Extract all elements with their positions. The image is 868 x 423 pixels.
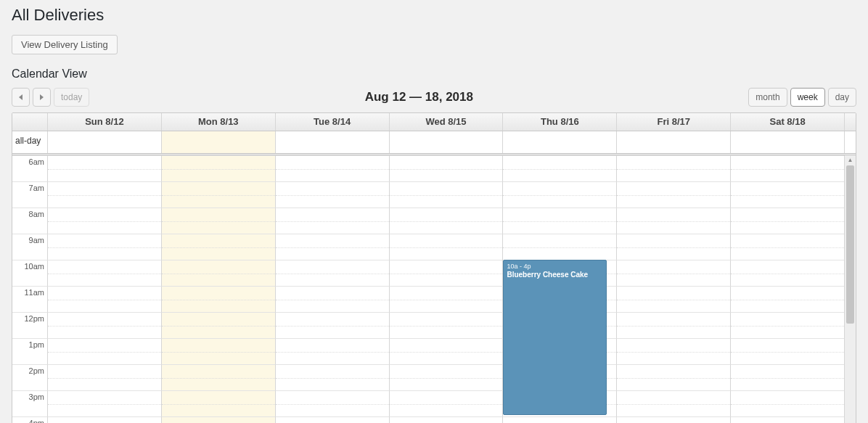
allday-cell[interactable] [502,131,616,153]
calendar-grid[interactable]: 6am7am8am9am10am11am12pm1pm2pm3pm4pm [12,155,844,423]
time-slot[interactable] [47,260,161,286]
time-slot[interactable] [275,364,389,390]
allday-cell[interactable] [616,131,730,153]
time-slot[interactable] [730,155,844,181]
time-slot[interactable] [730,338,844,364]
time-slot[interactable] [47,234,161,260]
hour-label: 12pm [12,312,47,338]
time-slot[interactable] [161,286,275,312]
calendar-scrollbar[interactable]: ▲ ▼ [844,155,856,423]
time-slot[interactable] [389,390,503,416]
time-slot[interactable] [389,234,503,260]
time-slot[interactable] [389,155,503,181]
time-slot[interactable] [47,312,161,338]
time-slot[interactable] [161,208,275,234]
day-header[interactable]: Thu 8/16 [502,113,616,131]
time-slot[interactable] [730,181,844,208]
time-slot[interactable] [730,260,844,286]
time-slot[interactable] [161,364,275,390]
time-slot[interactable] [161,312,275,338]
allday-cell[interactable] [47,131,161,153]
time-slot[interactable] [275,390,389,416]
calendar-header-row: Sun 8/12Mon 8/13Tue 8/14Wed 8/15Thu 8/16… [12,113,856,131]
time-slot[interactable] [389,338,503,364]
time-slot[interactable] [47,338,161,364]
time-slot[interactable] [47,208,161,234]
time-slot[interactable] [47,286,161,312]
view-week-button[interactable]: week [790,88,825,107]
allday-cell[interactable] [730,131,844,153]
next-button[interactable] [33,88,51,107]
time-slot[interactable] [161,155,275,181]
time-slot[interactable] [502,155,616,181]
time-slot[interactable] [275,338,389,364]
time-slot[interactable] [161,338,275,364]
allday-cell[interactable] [389,131,503,153]
time-slot[interactable] [275,286,389,312]
hour-label: 6am [12,155,47,181]
time-slot[interactable] [47,181,161,208]
time-slot[interactable] [161,260,275,286]
time-slot[interactable] [161,416,275,423]
today-button[interactable]: today [54,88,89,107]
allday-cell[interactable] [275,131,389,153]
time-slot[interactable] [502,234,616,260]
time-slot[interactable] [616,208,730,234]
allday-cell[interactable] [161,131,275,153]
time-slot[interactable] [616,416,730,423]
time-slot[interactable] [616,312,730,338]
day-header[interactable]: Tue 8/14 [275,113,389,131]
scroll-thumb[interactable] [846,165,854,324]
time-slot[interactable] [616,260,730,286]
calendar-event[interactable]: 10a - 4pBlueberry Cheese Cake [503,260,607,415]
time-slot[interactable] [616,181,730,208]
time-slot[interactable] [389,260,503,286]
time-slot[interactable] [502,208,616,234]
time-slot[interactable] [275,208,389,234]
time-slot[interactable] [616,338,730,364]
time-slot[interactable] [389,181,503,208]
time-slot[interactable] [730,390,844,416]
time-slot[interactable] [161,181,275,208]
time-slot[interactable] [389,416,503,423]
time-slot[interactable] [275,155,389,181]
day-header[interactable]: Fri 8/17 [616,113,730,131]
scroll-up-icon[interactable]: ▲ [845,155,856,165]
time-slot[interactable] [730,286,844,312]
time-slot[interactable] [389,364,503,390]
time-slot[interactable] [161,390,275,416]
time-slot[interactable] [389,286,503,312]
day-header[interactable]: Sun 8/12 [47,113,161,131]
time-slot[interactable] [502,416,616,423]
time-slot[interactable] [616,364,730,390]
time-slot[interactable] [389,208,503,234]
day-header[interactable]: Wed 8/15 [389,113,503,131]
time-slot[interactable] [730,312,844,338]
view-day-button[interactable]: day [828,88,856,107]
time-slot[interactable] [275,416,389,423]
time-slot[interactable] [47,155,161,181]
prev-button[interactable] [12,88,30,107]
time-slot[interactable] [275,234,389,260]
day-header[interactable]: Mon 8/13 [161,113,275,131]
time-slot[interactable] [616,390,730,416]
time-slot[interactable] [389,312,503,338]
time-slot[interactable] [47,390,161,416]
time-slot[interactable] [616,234,730,260]
time-slot[interactable] [730,208,844,234]
time-slot[interactable] [730,416,844,423]
time-slot[interactable] [730,364,844,390]
time-slot[interactable] [47,416,161,423]
day-header[interactable]: Sat 8/18 [730,113,844,131]
time-slot[interactable] [730,234,844,260]
time-slot[interactable] [47,364,161,390]
time-slot[interactable] [275,181,389,208]
time-slot[interactable] [275,260,389,286]
time-slot[interactable] [502,181,616,208]
time-slot[interactable] [275,312,389,338]
view-delivery-listing-button[interactable]: View Delivery Listing [12,35,118,54]
time-slot[interactable] [616,286,730,312]
time-slot[interactable] [616,155,730,181]
time-slot[interactable] [161,234,275,260]
view-month-button[interactable]: month [748,88,787,107]
